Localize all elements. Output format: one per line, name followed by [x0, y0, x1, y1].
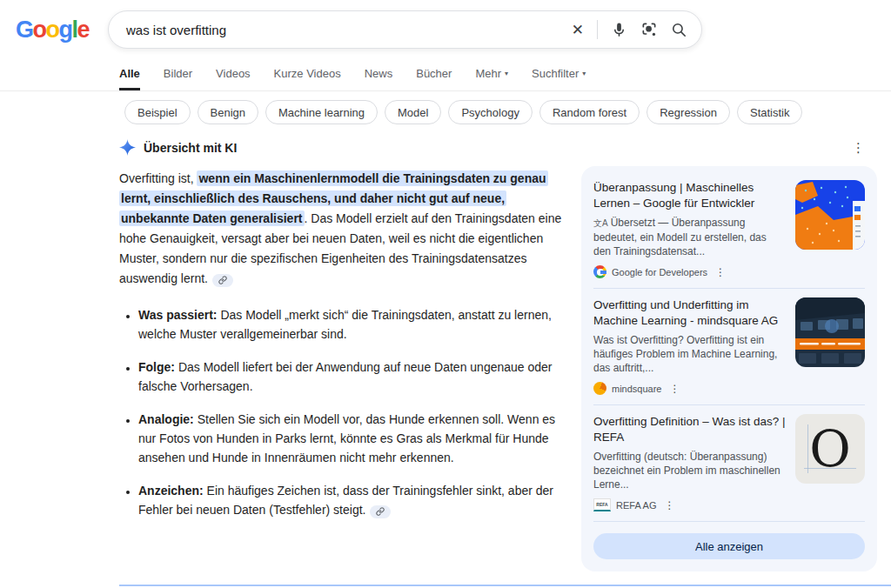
more-options-icon[interactable]: ⋮ [669, 384, 680, 394]
ai-overview-title: Übersicht mit KI [144, 141, 237, 155]
translated-label: Übersetzt [611, 217, 655, 229]
tab-kurze-videos[interactable]: Kurze Videos [274, 67, 341, 90]
card-source-row: mindsquare ⋮ [593, 382, 787, 395]
bullet-text: Das Modell liefert bei der Anwendung auf… [138, 360, 553, 393]
google-favicon [593, 265, 606, 278]
more-options-icon[interactable]: ⋮ [715, 267, 726, 277]
tab-label: News [365, 67, 393, 80]
source-panel: Überanpassung | Maschinelles Lernen – Go… [581, 166, 877, 571]
source-card-google-developers[interactable]: Überanpassung | Maschinelles Lernen – Go… [593, 171, 865, 288]
card-source-row: REFA REFA AG ⋮ [593, 498, 787, 511]
bullet-analogie: Analogie: Stellen Sie sich ein Modell vo… [138, 410, 574, 467]
tab-label: Kurze Videos [274, 67, 341, 80]
tab-label: Videos [216, 67, 251, 80]
source-link-chip[interactable] [370, 505, 391, 518]
logo-letter: o [32, 17, 45, 43]
search-bar-icons: ✕ [572, 20, 687, 39]
chip-psychology[interactable]: Psychology [448, 100, 532, 124]
snippet-text: Was ist Overfitting? Overfitting ist ein… [593, 334, 777, 374]
ai-overview-body: Overfitting ist, wenn ein Maschinenlernm… [119, 166, 891, 588]
google-logo[interactable]: Google [10, 17, 94, 43]
card-text: Überanpassung | Maschinelles Lernen – Go… [593, 180, 795, 278]
search-input[interactable]: was ist overfitting [126, 23, 572, 37]
chip-machine-learning[interactable]: Machine learning [265, 100, 378, 124]
source-name: mindsquare [612, 384, 661, 394]
thumbnail-scatter-plot [795, 180, 865, 250]
search-bar[interactable]: was ist overfitting ✕ [108, 10, 702, 49]
chevron-down-icon: ▾ [505, 70, 508, 77]
refa-favicon: REFA [593, 498, 611, 511]
more-options-icon[interactable]: ⋮ [852, 141, 865, 154]
card-text: Overfitting Definition – Was ist das? | … [593, 414, 795, 511]
result-type-tabs: Alle Bilder Videos Kurze Videos News Büc… [119, 67, 891, 90]
chip-model[interactable]: Model [385, 100, 441, 124]
translate-icon: 文A [593, 218, 608, 228]
card-title[interactable]: Overfitting und Underfitting im Machine … [593, 297, 787, 329]
show-all-button[interactable]: Alle anzeigen [593, 533, 865, 559]
card-snippet: Was ist Overfitting? Overfitting ist ein… [593, 333, 787, 375]
chip-regression[interactable]: Regression [646, 100, 730, 124]
card-snippet: 文AÜbersetzt — Überanpassung bedeutet, ei… [593, 216, 787, 258]
google-search-page: Google was ist overfitting ✕ [0, 0, 891, 588]
search-icon[interactable] [671, 22, 687, 38]
ai-answer-paragraph: Overfitting ist, wenn ein Maschinenlernm… [119, 169, 574, 289]
source-name: REFA AG [616, 500, 656, 511]
card-title[interactable]: Overfitting Definition – Was ist das? | … [593, 414, 787, 445]
card-thumbnail[interactable] [795, 180, 865, 250]
more-options-icon[interactable]: ⋮ [664, 500, 674, 511]
tabs-divider [0, 90, 891, 91]
guide-line [807, 424, 808, 473]
logo-letter: e [77, 17, 90, 43]
mindsquare-favicon [593, 382, 606, 395]
chip-benign[interactable]: Benign [198, 100, 258, 124]
header: Google was ist overfitting ✕ [0, 0, 891, 49]
bullet-was-passiert: Was passiert: Das Modell „merkt sich“ di… [138, 305, 574, 344]
tab-videos[interactable]: Videos [216, 67, 251, 90]
chip-beispiel[interactable]: Beispiel [124, 100, 191, 124]
chip-statistik[interactable]: Statistik [737, 100, 803, 124]
tab-bilder[interactable]: Bilder [164, 67, 192, 90]
source-link-chip[interactable] [212, 274, 233, 287]
tab-mehr[interactable]: Mehr▾ [475, 67, 508, 90]
ai-answer-bullets: Was passiert: Das Modell „merkt sich“ di… [119, 305, 574, 519]
link-icon [376, 507, 385, 516]
bullet-label: Folge: [138, 360, 175, 374]
tab-alle[interactable]: Alle [119, 67, 140, 90]
card-title[interactable]: Überanpassung | Maschinelles Lernen – Go… [593, 180, 787, 211]
bullet-label: Was passiert: [138, 308, 218, 322]
tab-label: Bücher [416, 67, 452, 80]
source-name: Google for Developers [612, 267, 707, 277]
ai-overview-header: Übersicht mit KI ⋮ [119, 139, 877, 156]
thumbnail-office-photo [795, 297, 865, 367]
clear-query-icon[interactable]: ✕ [572, 23, 584, 37]
source-card-mindsquare[interactable]: Overfitting und Underfitting im Machine … [593, 289, 865, 404]
tab-label: Bilder [164, 67, 192, 80]
ai-answer-column: Overfitting ist, wenn ein Maschinenlernm… [119, 166, 574, 588]
source-card-refa[interactable]: Overfitting Definition – Was ist das? | … [593, 405, 865, 521]
google-lens-icon[interactable] [640, 21, 658, 38]
related-filter-chips: Beispiel Benign Machine learning Model P… [124, 100, 891, 124]
divider [597, 20, 598, 39]
card-snippet: Overfitting (deutsch: Überanpassung) bez… [593, 450, 787, 491]
tab-label: Alle [119, 67, 140, 80]
link-icon [218, 276, 227, 284]
next-section-rule [119, 585, 891, 586]
guide-line [804, 468, 856, 469]
letter-o-graphic: O [809, 424, 851, 474]
logo-letter: G [16, 17, 33, 43]
chip-random-forest[interactable]: Random forest [539, 100, 640, 124]
chevron-down-icon: ▾ [582, 70, 586, 77]
microphone-icon[interactable] [611, 22, 627, 38]
tab-news[interactable]: News [365, 67, 393, 90]
bullet-anzeichen: Anzeichen: Ein häufiges Zeichen ist, das… [138, 481, 574, 519]
card-divider [593, 521, 865, 522]
card-thumbnail[interactable]: O [795, 414, 865, 484]
logo-letter: g [58, 17, 71, 43]
tab-suchfilter[interactable]: Suchfilter▾ [532, 67, 586, 90]
tab-label: Mehr [475, 67, 501, 80]
card-thumbnail[interactable] [795, 297, 865, 367]
ai-sparkle-icon [119, 139, 136, 156]
tab-buecher[interactable]: Bücher [416, 67, 452, 90]
snippet-text: Overfitting (deutsch: Überanpassung) bez… [593, 451, 780, 491]
bullet-label: Analogie: [138, 412, 194, 426]
